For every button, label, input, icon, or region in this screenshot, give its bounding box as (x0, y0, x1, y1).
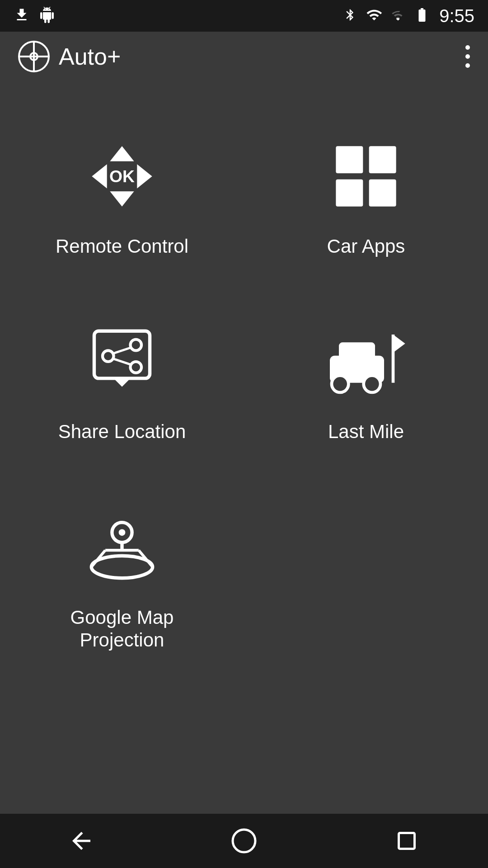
battery-icon (414, 7, 430, 25)
svg-marker-5 (92, 164, 107, 188)
svg-point-26 (91, 556, 152, 578)
share-location-label: Share Location (58, 420, 186, 443)
recent-apps-button[interactable] (389, 823, 425, 859)
svg-point-17 (130, 362, 141, 373)
bluetooth-icon (343, 8, 357, 24)
svg-rect-12 (369, 179, 396, 207)
svg-point-22 (332, 376, 348, 392)
download-icon (14, 7, 30, 25)
signal-icon (391, 8, 405, 24)
google-map-icon (81, 507, 163, 588)
svg-rect-34 (399, 833, 415, 849)
wifi-icon (366, 7, 382, 25)
remote-control-icon: OK (81, 136, 163, 217)
svg-point-33 (233, 830, 255, 852)
remote-control-label: Remote Control (56, 235, 188, 258)
car-apps-button[interactable]: Car Apps (244, 108, 488, 294)
remote-control-button[interactable]: OK Remote Control (0, 108, 244, 294)
last-mile-label: Last Mile (328, 420, 404, 443)
svg-rect-9 (336, 146, 363, 173)
app-logo-icon (18, 41, 50, 72)
status-bar-right: 9:55 (343, 6, 474, 26)
last-mile-icon (325, 321, 407, 402)
status-bar-left (14, 7, 55, 25)
main-content: OK Remote Control Car Apps (0, 81, 488, 688)
google-map-projection-label: Google MapProjection (70, 606, 174, 652)
google-map-projection-button[interactable]: Google MapProjection (0, 480, 244, 688)
share-location-button[interactable]: Share Location (0, 294, 244, 479)
top-bar: Auto+ (0, 32, 488, 81)
status-time: 9:55 (439, 6, 474, 26)
svg-line-19 (114, 359, 131, 364)
app-title-container: Auto+ (18, 41, 121, 72)
svg-point-15 (130, 340, 141, 351)
back-button[interactable] (63, 823, 99, 859)
svg-marker-8 (110, 191, 134, 206)
more-options-button[interactable] (465, 45, 470, 68)
status-bar: 9:55 (0, 0, 488, 32)
android-icon (39, 7, 55, 25)
home-button[interactable] (226, 823, 262, 859)
svg-marker-14 (114, 378, 131, 387)
car-apps-icon (325, 136, 407, 217)
svg-point-23 (364, 376, 380, 392)
last-mile-button[interactable]: Last Mile (244, 294, 488, 479)
bottom-nav (0, 814, 488, 868)
svg-point-31 (119, 529, 126, 536)
share-location-icon (81, 321, 163, 402)
svg-text:OK: OK (109, 167, 135, 186)
car-apps-label: Car Apps (327, 235, 405, 258)
svg-rect-11 (336, 179, 363, 207)
svg-marker-4 (110, 146, 134, 161)
app-title: Auto+ (59, 43, 121, 70)
svg-rect-21 (339, 343, 375, 361)
svg-point-16 (103, 351, 114, 362)
svg-marker-7 (137, 164, 152, 188)
svg-line-18 (114, 348, 131, 354)
svg-rect-10 (369, 146, 396, 173)
svg-marker-25 (393, 335, 405, 353)
